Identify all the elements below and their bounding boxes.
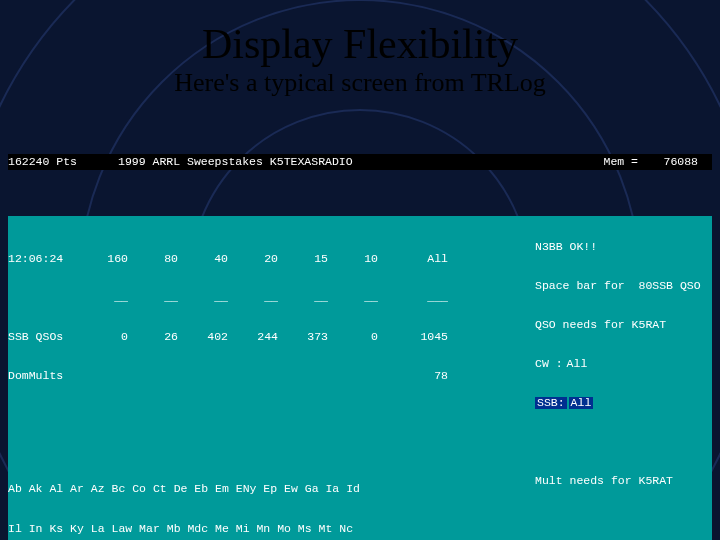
mult-needs-label: Mult needs for K5RAT: [535, 473, 710, 489]
mults-grid: Ab Ak Al Ar Az Bc Co Ct De Eb Em ENy Ep …: [8, 457, 533, 540]
left-panel: 12:06:24 160 80 40 20 15 10 All __ __ __…: [8, 216, 533, 540]
slide-title: Display Flexibility: [0, 20, 720, 68]
band-header: 12:06:24 160 80 40 20 15 10 All: [8, 251, 533, 267]
status-bar: 162240 Pts 1999 ARRL Sweepstakes K5TEXAS…: [8, 154, 712, 170]
clock-time: 12:06:24: [8, 253, 78, 265]
points-label: 162240 Pts: [8, 156, 118, 168]
cw-filter: CW : All: [535, 356, 710, 372]
band-underline: __ __ __ __ __ __ ___: [8, 290, 533, 306]
right-line-1: N3BB OK!!: [535, 239, 710, 255]
right-panel: N3BB OK!! Space bar for 80SSB QSO QSO ne…: [533, 216, 712, 540]
mults-row: DomMults 78: [8, 368, 533, 384]
contest-title: 1999 ARRL Sweepstakes K5TEXASRADIO: [118, 156, 518, 168]
ssb-row: SSB QSOs 0 26 402 244 373 0 1045: [8, 329, 533, 345]
mem-label: Mem =: [518, 156, 638, 168]
slide-subtitle: Here's a typical screen from TRLog: [0, 68, 720, 98]
mem-value: 76088: [638, 156, 698, 168]
right-line-2: Space bar for 80SSB QSO: [535, 278, 710, 294]
right-line-3: QSO needs for K5RAT: [535, 317, 710, 333]
ssb-filter: SSB: All: [535, 395, 710, 411]
